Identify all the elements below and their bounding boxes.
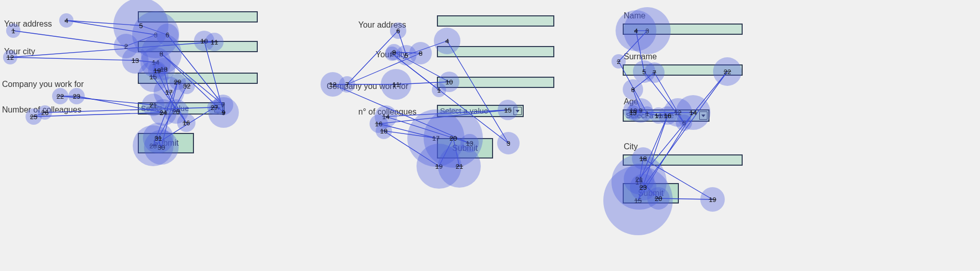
fixation-label: 3: [154, 31, 157, 39]
fixation-label: 6: [165, 31, 169, 39]
input-surname-c[interactable]: [623, 64, 743, 76]
panel-a: Your addressYour cityCompany you work fo…: [0, 5, 271, 199]
svg-line-17: [157, 69, 164, 71]
stage: Your addressYour cityCompany you work fo…: [0, 0, 980, 271]
fixation-label: 5: [139, 22, 142, 30]
fixation-label: 23: [73, 93, 80, 100]
submit-b[interactable]: Submit: [437, 138, 493, 159]
input-address[interactable]: [138, 11, 258, 22]
fixation-dot: [52, 88, 68, 104]
select-coll-text: Select a value: [141, 104, 189, 112]
select-age-c[interactable]: Select a value: [623, 109, 709, 122]
input-city-b[interactable]: [437, 46, 554, 57]
fixation-label: 16: [375, 120, 382, 128]
chevron-down-icon[interactable]: [699, 111, 707, 120]
fixation-label: 18: [160, 65, 167, 73]
svg-line-32: [392, 54, 508, 143]
select-age-c-text: Select a value: [626, 111, 674, 120]
label-surname-c: Surname: [624, 52, 657, 61]
svg-line-4: [141, 26, 167, 35]
fixation-dot: [623, 79, 643, 100]
select-coll-b-text: Select a value: [440, 106, 488, 115]
input-company[interactable]: [138, 73, 258, 84]
svg-line-0: [13, 31, 126, 46]
svg-line-12: [135, 60, 156, 62]
panel-a-saccades: [0, 5, 271, 199]
fixation-dot: [177, 114, 195, 132]
input-name-c[interactable]: [623, 24, 743, 35]
select-coll[interactable]: Select a value: [138, 102, 225, 115]
svg-line-66: [639, 116, 668, 182]
panel-b: Your addressYour cityCompany you work fo…: [296, 5, 561, 215]
input-company-b[interactable]: [437, 77, 554, 88]
submit-a[interactable]: Submit: [138, 133, 194, 153]
label-address-b: Your address: [358, 20, 406, 30]
fixation-dot: [141, 33, 182, 74]
label-company: Company you work for: [2, 80, 84, 89]
fixation-label: 2: [617, 58, 620, 65]
label-coll-b: n° of colleagues: [358, 107, 416, 117]
fixation-dot: [376, 123, 392, 139]
fixation-label: 2: [124, 42, 128, 50]
fixation-dot: [700, 187, 725, 212]
svg-line-48: [384, 131, 439, 166]
fixation-label: 22: [57, 93, 64, 100]
fixation-label: 4: [445, 37, 449, 45]
fixation-dot: [68, 88, 85, 104]
fixation-label: 8: [419, 50, 422, 57]
panel-a-fixations: 1234567891011121314151617181920212223242…: [0, 5, 271, 199]
fixation-dot: [497, 132, 520, 154]
input-address-b[interactable]: [437, 15, 554, 27]
fixation-label: 8: [631, 86, 634, 94]
submit-c[interactable]: Submit: [623, 183, 679, 204]
fixation-label: 4: [64, 17, 68, 25]
label-age-c: Age: [624, 97, 638, 106]
label-name-c: Name: [624, 11, 646, 20]
svg-line-2: [66, 20, 156, 35]
label-city-b: Your city: [376, 50, 407, 59]
panel-c: NameSurnameAgeCitySelect a valueSubmit12…: [607, 5, 761, 235]
fixation-label: 19: [435, 163, 443, 170]
fixation-label: 3: [506, 140, 510, 147]
label-city: Your city: [4, 47, 35, 56]
fixation-dot: [370, 115, 388, 133]
svg-line-47: [384, 131, 436, 138]
label-company-b: Company you work for: [327, 82, 408, 91]
chevron-down-icon[interactable]: [214, 104, 223, 112]
fixation-label: 13: [132, 57, 139, 64]
fixation-label: 16: [183, 119, 190, 127]
fixation-label: 14: [152, 59, 159, 66]
fixation-dot: [114, 34, 138, 58]
label-coll: Number of colleagues: [2, 105, 82, 115]
label-address: Your address: [4, 19, 52, 29]
select-coll-b[interactable]: Select a value: [437, 105, 524, 117]
label-city-c: City: [624, 142, 638, 151]
svg-line-11: [10, 57, 135, 60]
svg-line-3: [66, 20, 141, 26]
input-city[interactable]: [138, 41, 258, 52]
svg-line-72: [643, 72, 727, 187]
fixation-dot: [59, 13, 74, 28]
fixation-label: 21: [635, 175, 643, 183]
fixation-label: 17: [165, 88, 173, 96]
fixation-label: 18: [380, 127, 387, 135]
chevron-down-icon[interactable]: [513, 107, 522, 115]
svg-line-46: [379, 124, 436, 138]
input-city-c[interactable]: [623, 154, 743, 166]
fixation-label: 19: [709, 196, 716, 204]
fixation-dot: [409, 42, 432, 64]
fixation-label: 21: [456, 163, 463, 170]
